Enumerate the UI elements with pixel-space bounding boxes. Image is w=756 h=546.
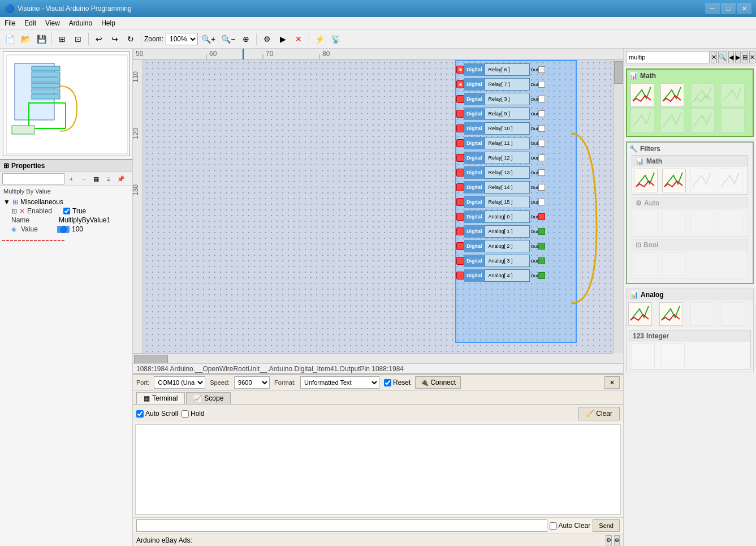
- zoom-in-button[interactable]: 🔍+: [199, 32, 218, 46]
- comp-math-5[interactable]: [630, 109, 654, 132]
- search-close-button[interactable]: ✕: [749, 51, 755, 63]
- component-search-input[interactable]: [626, 51, 710, 63]
- tab-scope[interactable]: 📈 Scope: [186, 392, 231, 404]
- comp-math-3[interactable]: [691, 83, 715, 107]
- hold-checkbox[interactable]: [182, 410, 189, 418]
- menu-help[interactable]: Help: [97, 18, 120, 28]
- upload-button[interactable]: ▶: [275, 32, 290, 46]
- zoom-select[interactable]: 100% 75% 150%: [166, 33, 198, 45]
- tab-terminal[interactable]: ▦ Terminal: [136, 392, 185, 404]
- block-relay12[interactable]: Digital Relay[ 12 ] Out: [455, 151, 545, 165]
- menu-file[interactable]: File: [0, 18, 20, 28]
- block-relay10[interactable]: Digital Relay[ 10 ] Out: [455, 122, 545, 135]
- block-analog4[interactable]: Digital Analog[ 4 ] Out: [455, 269, 545, 282]
- block-relay11[interactable]: Digital Relay[ 11 ] Out: [455, 136, 545, 150]
- comp-math-7[interactable]: [691, 109, 715, 132]
- zoom-out-button[interactable]: 🔍−: [219, 32, 237, 46]
- block-relay3[interactable]: Digital Relay[ 3 ] Out: [455, 92, 545, 106]
- search-next-button[interactable]: ▶: [735, 51, 741, 63]
- search-options-button[interactable]: ⊞: [742, 51, 748, 63]
- comp-analog-3[interactable]: [690, 302, 714, 326]
- block-relay7[interactable]: ▣ Digital Relay[ 7 ] Out: [455, 78, 545, 91]
- comp-bool-1[interactable]: [634, 252, 658, 276]
- comp-math-1[interactable]: [630, 83, 654, 107]
- prop-expand-button[interactable]: +: [66, 173, 77, 184]
- format-select[interactable]: Unformatted Text: [300, 376, 379, 389]
- comp-analog-1[interactable]: [628, 302, 652, 326]
- stop-button[interactable]: ✕: [291, 32, 306, 46]
- serial-button[interactable]: 📡: [328, 32, 343, 46]
- scrollbar-vertical[interactable]: [613, 60, 623, 353]
- scrollbar-thumb-v[interactable]: [614, 61, 623, 84]
- ads-btn2[interactable]: ⊕: [614, 535, 620, 545]
- block-analog2[interactable]: Digital Analog[ 2 ] Out: [455, 239, 545, 253]
- comp-analog-2[interactable]: [659, 302, 683, 326]
- autoclear-checkbox[interactable]: [550, 522, 557, 530]
- block-relay15[interactable]: Digital Relay[ 15 ] Out: [455, 195, 545, 209]
- comp-auto-4[interactable]: [719, 210, 742, 234]
- save-button[interactable]: 💾: [34, 32, 49, 46]
- comp-int-1[interactable]: [631, 343, 655, 367]
- maximize-button[interactable]: □: [721, 3, 736, 14]
- comp-int-2[interactable]: [661, 343, 685, 367]
- comp-auto-2[interactable]: [662, 210, 686, 234]
- block-analog0[interactable]: Digital Analog[ 0 ] Out: [455, 210, 545, 223]
- prop-enabled-checkbox[interactable]: [63, 208, 70, 214]
- new-button[interactable]: 📄: [2, 32, 17, 46]
- redo-button[interactable]: ↻: [123, 32, 138, 46]
- prop-filter-button[interactable]: ▦: [90, 173, 102, 184]
- block-relay13[interactable]: Digital Relay[ 13 ] Out: [455, 166, 545, 179]
- zoom-fit-button[interactable]: ⊕: [239, 32, 253, 46]
- scrollbar-thumb-h[interactable]: [134, 355, 168, 363]
- comp-bool-2[interactable]: [662, 252, 686, 276]
- minimize-button[interactable]: ─: [705, 3, 720, 14]
- menu-view[interactable]: View: [41, 18, 64, 28]
- block-relay9[interactable]: Digital Relay[ 9 ] Out: [455, 107, 545, 121]
- block-relay14[interactable]: Digital Relay[ 14 ] Out: [455, 180, 545, 194]
- serial-output[interactable]: [135, 424, 621, 515]
- grid-button[interactable]: ⊞: [55, 32, 70, 46]
- comp-auto-3[interactable]: [690, 210, 714, 234]
- prop-search-input[interactable]: [2, 173, 64, 184]
- comp-math-sub-4[interactable]: [719, 169, 742, 192]
- speed-select[interactable]: 9600 115200: [234, 376, 270, 389]
- comp-auto-1[interactable]: [634, 210, 658, 234]
- serial-input-field[interactable]: [136, 519, 547, 532]
- prop-collapse-button[interactable]: −: [78, 173, 89, 184]
- snap-button[interactable]: ⊡: [71, 32, 85, 46]
- prop-sort-button[interactable]: ≡: [103, 173, 114, 184]
- search-button[interactable]: 🔍: [718, 51, 727, 63]
- comp-math-2[interactable]: [660, 83, 684, 107]
- canvas-container[interactable]: 110 120 130 ▣: [133, 60, 623, 363]
- arduino-button[interactable]: ⚡: [312, 32, 327, 46]
- ads-btn1[interactable]: ⚙: [606, 535, 612, 545]
- block-analog3[interactable]: Digital Analog[ 3 ] Out: [455, 254, 545, 268]
- reset-checkbox[interactable]: [384, 379, 391, 386]
- prop-pin-button[interactable]: 📌: [115, 173, 127, 184]
- scrollbar-horizontal[interactable]: [133, 353, 613, 363]
- send-button[interactable]: Send: [593, 519, 620, 532]
- comp-math-sub-3[interactable]: [690, 169, 714, 192]
- comp-math-4[interactable]: [721, 83, 745, 107]
- comp-analog-4[interactable]: [722, 302, 745, 326]
- block-relay6[interactable]: ▣ Digital Relay[ 6 ] Out □: [455, 63, 545, 76]
- comp-math-6[interactable]: [660, 109, 684, 132]
- comp-math-sub-1[interactable]: [634, 169, 658, 192]
- open-button[interactable]: 📂: [18, 32, 33, 46]
- block-analog1[interactable]: Digital Analog[ 1 ] Out: [455, 225, 545, 238]
- serial-close-button[interactable]: ✕: [604, 376, 620, 389]
- search-clear-button[interactable]: ✕: [711, 51, 717, 63]
- comp-math-8[interactable]: [721, 109, 745, 132]
- comp-math-sub-2[interactable]: [662, 169, 686, 192]
- undo2-button[interactable]: ↪: [107, 32, 122, 46]
- menu-arduino[interactable]: Arduino: [64, 18, 97, 28]
- compile-button[interactable]: ⚙: [260, 32, 274, 46]
- undo-button[interactable]: ↩: [92, 32, 106, 46]
- connect-button[interactable]: 🔌 Connect: [415, 376, 461, 389]
- port-select[interactable]: COM10 (Una: [154, 376, 205, 389]
- search-prev-button[interactable]: ◀: [728, 51, 734, 63]
- close-button[interactable]: ✕: [737, 3, 751, 14]
- autoscroll-checkbox[interactable]: [136, 410, 144, 418]
- clear-button[interactable]: 🧹 Clear: [578, 407, 620, 420]
- menu-edit[interactable]: Edit: [20, 18, 41, 28]
